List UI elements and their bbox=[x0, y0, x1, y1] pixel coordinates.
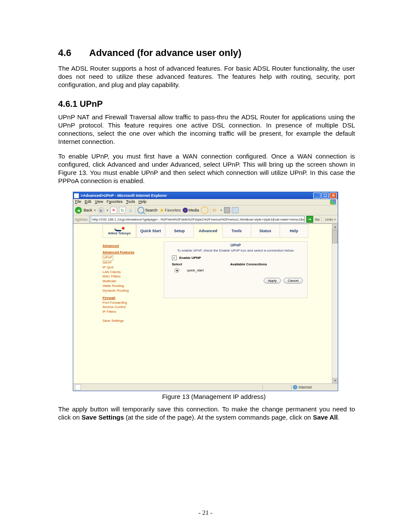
page-number: - 21 - bbox=[0, 509, 411, 516]
brand-logo: Allied Telesyn bbox=[103, 224, 136, 238]
tab-status[interactable]: Status bbox=[251, 224, 280, 238]
links-label[interactable]: Links » bbox=[325, 218, 336, 221]
status-page-icon bbox=[75, 384, 81, 390]
vertical-scrollbar[interactable]: ▴ ▾ bbox=[332, 224, 338, 383]
page-icon bbox=[90, 217, 91, 222]
connection-name: quick_start bbox=[187, 268, 204, 272]
sidebar-item-access-control[interactable]: Access Control bbox=[103, 305, 146, 310]
windows-flag-icon bbox=[330, 199, 336, 205]
ie-window: >Advanced>UPnP - Microsoft Internet Expl… bbox=[73, 192, 338, 391]
sidebar-item-ipqos[interactable]: IP QoS bbox=[103, 265, 146, 270]
upnp-panel: UPnP To enable UPnP, check the Enable UP… bbox=[164, 241, 308, 298]
window-close-button[interactable]: ✕ bbox=[330, 193, 337, 199]
apply-button[interactable]: Apply bbox=[264, 278, 281, 283]
favorites-button[interactable]: ★Favorites bbox=[159, 207, 181, 213]
menu-file[interactable]: File bbox=[75, 199, 81, 205]
window-minimize-button[interactable]: _ bbox=[313, 193, 321, 199]
edit-button[interactable] bbox=[232, 207, 239, 213]
figure-13: >Advanced>UPnP - Microsoft Internet Expl… bbox=[73, 192, 355, 400]
scroll-down-icon[interactable]: ▾ bbox=[332, 378, 338, 383]
status-zone: Internet bbox=[293, 385, 336, 389]
tab-help[interactable]: Help bbox=[280, 224, 308, 238]
section-heading: 4.6Advanced (for advance user only) bbox=[58, 47, 355, 59]
search-button[interactable]: Search bbox=[137, 207, 158, 214]
menu-view[interactable]: View bbox=[95, 199, 103, 205]
sidebar-header-advanced-features: Advanced Features bbox=[103, 250, 146, 254]
router-page: Allied Telesyn Quick Start Setup Advance… bbox=[73, 224, 332, 383]
sidebar: Advanced Advanced Features UPnP SNTP IP … bbox=[103, 241, 146, 324]
ie-address-bar: Address http://192.168.1.1/cgi-bin/webcm… bbox=[73, 215, 338, 224]
menu-tools[interactable]: Tools bbox=[126, 199, 135, 205]
panel-subtitle: To enable UPnP, check the Enable UPnP bo… bbox=[164, 248, 307, 254]
sidebar-item-dynamic-routing[interactable]: Dynamic Routing bbox=[103, 289, 146, 293]
back-button[interactable]: ◄ bbox=[75, 207, 82, 214]
back-label: Back bbox=[84, 208, 92, 212]
menu-help[interactable]: Help bbox=[138, 199, 146, 205]
sidebar-item-upnp[interactable]: UPnP bbox=[103, 255, 113, 261]
go-label: Go bbox=[315, 218, 320, 221]
internet-zone-icon bbox=[293, 385, 297, 389]
tab-tools[interactable]: Tools bbox=[222, 224, 251, 238]
ie-titlebar: >Advanced>UPnP - Microsoft Internet Expl… bbox=[73, 192, 338, 199]
ie-page-icon bbox=[74, 193, 79, 198]
media-button[interactable]: Media bbox=[183, 208, 199, 213]
section-number: 4.6 bbox=[58, 47, 89, 59]
address-input[interactable]: http://192.168.1.1/cgi-bin/webcm?getpage… bbox=[89, 216, 305, 223]
figure-caption: Figure 13 (Management IP address) bbox=[73, 393, 355, 400]
stop-button[interactable]: ✕ bbox=[110, 207, 117, 214]
media-icon bbox=[183, 208, 188, 213]
subsection-heading: 4.6.1 UPnP bbox=[58, 99, 355, 109]
ie-viewport: Allied Telesyn Quick Start Setup Advance… bbox=[73, 224, 338, 383]
refresh-button[interactable]: ↻ bbox=[119, 207, 126, 214]
sidebar-item-mac-filters[interactable]: MAC Filters bbox=[103, 274, 146, 279]
panel-title: UPnP bbox=[164, 242, 307, 248]
search-icon bbox=[137, 207, 144, 214]
router-header: Allied Telesyn Quick Start Setup Advance… bbox=[103, 224, 308, 238]
enable-upnp-label: Enable UPNP bbox=[179, 256, 201, 260]
scroll-thumb[interactable] bbox=[332, 230, 338, 243]
address-label: Address bbox=[75, 218, 87, 221]
cancel-button[interactable]: Cancel bbox=[283, 278, 303, 283]
column-select: Select bbox=[172, 262, 198, 266]
enable-upnp-checkbox[interactable]: ✓ bbox=[172, 255, 177, 260]
tab-advanced[interactable]: Advanced bbox=[193, 224, 222, 238]
menu-edit[interactable]: Edit bbox=[85, 199, 92, 205]
sidebar-item-multicast[interactable]: Multicast bbox=[103, 279, 146, 284]
sidebar-item-ip-filters[interactable]: IP Filters bbox=[103, 310, 146, 314]
tab-row: Quick Start Setup Advanced Tools Status … bbox=[136, 224, 308, 238]
window-maximize-button[interactable]: ☐ bbox=[321, 193, 329, 199]
sidebar-item-lan-clients[interactable]: LAN Clients bbox=[103, 270, 146, 275]
section-intro-paragraph: The ADSL Router supports a host of advan… bbox=[58, 65, 355, 89]
menu-favorites[interactable]: Favorites bbox=[106, 199, 122, 205]
ie-toolbar: ◄ Back ▾ ► ▾ ✕ ↻ ⌂ Search ★Favorites Med… bbox=[73, 205, 338, 215]
ie-menubar: File Edit View Favorites Tools Help bbox=[73, 199, 338, 205]
print-button[interactable] bbox=[224, 207, 230, 213]
ie-window-title: >Advanced>UPnP - Microsoft Internet Expl… bbox=[81, 193, 312, 198]
go-button[interactable]: ➔ bbox=[306, 216, 313, 223]
sidebar-header-firewall: Firewall bbox=[103, 296, 146, 300]
sidebar-item-static-routing[interactable]: Static Routing bbox=[103, 284, 146, 289]
mail-button[interactable]: ✉ bbox=[212, 208, 218, 213]
upnp-paragraph-1: UPnP NAT and Firewall Traversal allow tr… bbox=[58, 113, 355, 146]
allied-swoosh-icon bbox=[114, 227, 125, 231]
home-button[interactable]: ⌂ bbox=[128, 207, 134, 213]
section-title: Advanced (for advance user only) bbox=[89, 47, 241, 58]
scroll-up-icon[interactable]: ▴ bbox=[332, 224, 338, 230]
sidebar-item-sntp[interactable]: SNTP bbox=[103, 261, 146, 265]
forward-button[interactable]: ► bbox=[98, 207, 105, 214]
tab-quick-start[interactable]: Quick Start bbox=[136, 224, 165, 238]
zone-label: Internet bbox=[299, 385, 312, 389]
brand-name: Allied Telesyn bbox=[108, 231, 131, 235]
connection-radio[interactable] bbox=[174, 268, 179, 273]
closing-paragraph: The apply button will temporarily save t… bbox=[58, 405, 355, 422]
column-connections: Available Connections bbox=[198, 262, 299, 266]
sidebar-header-advanced: Advanced bbox=[103, 244, 146, 248]
sidebar-item-port-forwarding[interactable]: Port Forwarding bbox=[103, 301, 146, 305]
ie-statusbar: Internet bbox=[73, 383, 338, 391]
upnp-paragraph-2: To enable UPnP, you must first have a WA… bbox=[58, 152, 355, 185]
url-text: http://192.168.1.1/cgi-bin/webcm?getpage… bbox=[92, 218, 305, 221]
tab-setup[interactable]: Setup bbox=[165, 224, 194, 238]
star-icon: ★ bbox=[159, 207, 164, 213]
sidebar-item-save-settings[interactable]: Save Settings bbox=[103, 319, 146, 324]
history-button[interactable] bbox=[201, 206, 209, 214]
